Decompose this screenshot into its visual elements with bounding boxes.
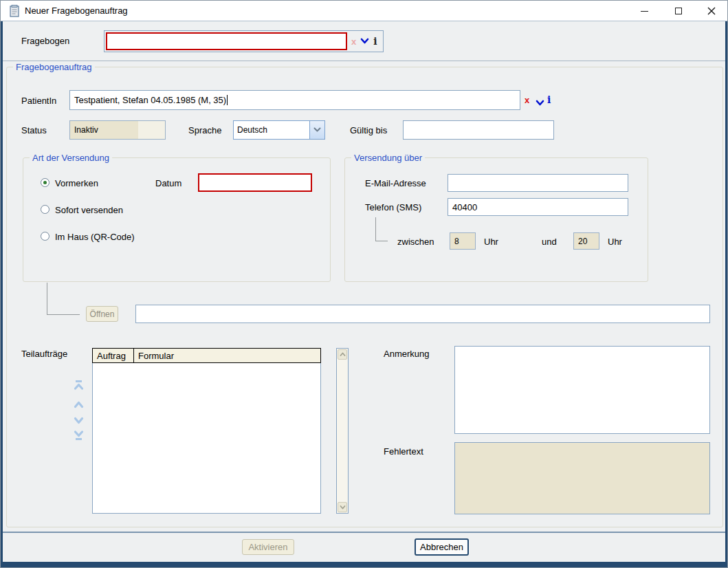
status-field: Inaktiv [69, 120, 166, 140]
chevron-up-icon [340, 352, 346, 357]
teilauftraege-label: Teilaufträge [21, 349, 67, 359]
connector-line [47, 283, 80, 315]
status-label: Status [21, 125, 47, 135]
table-header: Auftrag Formular [92, 348, 321, 363]
radio-im-haus-qr-code-label: Im Haus (QR-Code) [55, 232, 135, 242]
chevron-down-icon [340, 505, 346, 510]
uhr-label: Uhr [484, 237, 498, 247]
uhr-label: Uhr [608, 237, 622, 247]
und-label: und [542, 237, 557, 247]
patient-input[interactable]: Testpatient, Stefan 04.05.1985 (M, 35) [69, 90, 520, 110]
radio-sofort-versenden-label: Sofort versenden [55, 205, 123, 215]
email-label: E-Mail-Adresse [365, 178, 426, 188]
scroll-down-button[interactable] [338, 502, 347, 512]
dialog-window: Neuer Fragebogenauftrag Fragebogen x i F… [0, 0, 728, 568]
clear-icon[interactable]: x [525, 95, 529, 105]
move-to-top-button[interactable] [72, 379, 85, 391]
maximize-button[interactable] [663, 1, 694, 21]
move-down-button[interactable] [72, 414, 85, 426]
column-header-auftrag[interactable]: Auftrag [93, 349, 134, 362]
scroll-up-button[interactable] [338, 349, 347, 360]
move-to-bottom-button[interactable] [72, 429, 85, 441]
close-button[interactable] [696, 1, 727, 21]
window-border [725, 21, 727, 567]
text-caret [227, 95, 228, 105]
chevron-down-icon[interactable] [536, 97, 544, 109]
radio-vormerken[interactable] [41, 178, 49, 187]
titlebar: Neuer Fragebogenauftrag [1, 1, 727, 21]
window-border [1, 21, 3, 567]
patient-value: Testpatient, Stefan 04.05.1985 (M, 35) [74, 95, 226, 105]
table-scrollbar[interactable] [336, 348, 349, 514]
chevron-up-icon [73, 400, 85, 408]
connector-line [375, 217, 388, 241]
oeffnen-button[interactable]: Öffnen [86, 306, 118, 322]
clear-icon-disabled: x [351, 36, 356, 47]
window-title: Neuer Fragebogenauftrag [25, 6, 128, 16]
fragebogen-combo: x i [104, 30, 384, 52]
radio-sofort-versenden[interactable] [41, 205, 49, 214]
telefon-label: Telefon (SMS) [365, 202, 421, 212]
datum-input[interactable] [198, 173, 312, 192]
email-input[interactable] [448, 174, 628, 192]
abbrechen-button[interactable]: Abbrechen [415, 538, 469, 556]
minimize-icon [641, 11, 648, 12]
move-to-top-icon [73, 380, 85, 391]
gueltig-bis-label: Gültig bis [350, 125, 387, 135]
oeffnen-path-input[interactable] [135, 305, 710, 323]
sprache-select[interactable]: Deutsch [233, 120, 325, 140]
window-border [1, 562, 727, 567]
teilauftraege-table[interactable]: Auftrag Formular [92, 348, 321, 514]
fehlertext-label: Fehlertext [384, 446, 423, 457]
zwischen-label: zwischen [397, 237, 434, 247]
fehlertext-textarea [454, 442, 710, 514]
fragebogen-input[interactable] [106, 32, 347, 50]
anmerkung-label: Anmerkung [384, 349, 429, 359]
zeit-bis-field: 20 [573, 232, 599, 250]
dropdown-button[interactable] [309, 121, 324, 139]
sprache-value: Deutsch [234, 125, 309, 135]
groupbox-title: Fragebogenauftrag [13, 62, 95, 72]
gueltig-bis-input[interactable] [403, 120, 554, 140]
anmerkung-textarea[interactable] [454, 346, 710, 434]
sprache-label: Sprache [188, 125, 221, 135]
groupbox-title: Art der Versendung [30, 153, 112, 163]
column-header-formular[interactable]: Formular [134, 349, 320, 362]
fragebogen-label: Fragebogen [21, 36, 69, 46]
move-up-button[interactable] [72, 397, 85, 410]
maximize-icon [675, 8, 682, 14]
datum-label: Datum [155, 178, 181, 188]
separator [1, 61, 727, 61]
radio-vormerken-label: Vormerken [55, 178, 98, 188]
move-to-bottom-icon [73, 430, 85, 441]
info-icon[interactable]: i [373, 36, 377, 46]
patient-label: PatientIn [21, 96, 56, 106]
minimize-button[interactable] [628, 1, 660, 21]
chevron-down-icon [313, 127, 321, 133]
info-icon[interactable]: i [547, 95, 551, 105]
aktivieren-button[interactable]: Aktivieren [242, 539, 294, 555]
groupbox-title: Versendung über [351, 153, 425, 163]
radio-dot [43, 181, 47, 184]
zeit-von-field: 8 [450, 232, 476, 250]
notepad-icon [8, 4, 21, 21]
radio-im-haus-qr-code[interactable] [41, 232, 49, 241]
separator [1, 532, 727, 533]
close-icon [707, 7, 716, 15]
telefon-input[interactable]: 40400 [448, 198, 628, 216]
chevron-down-icon [73, 416, 85, 425]
chevron-down-icon[interactable] [360, 38, 369, 45]
